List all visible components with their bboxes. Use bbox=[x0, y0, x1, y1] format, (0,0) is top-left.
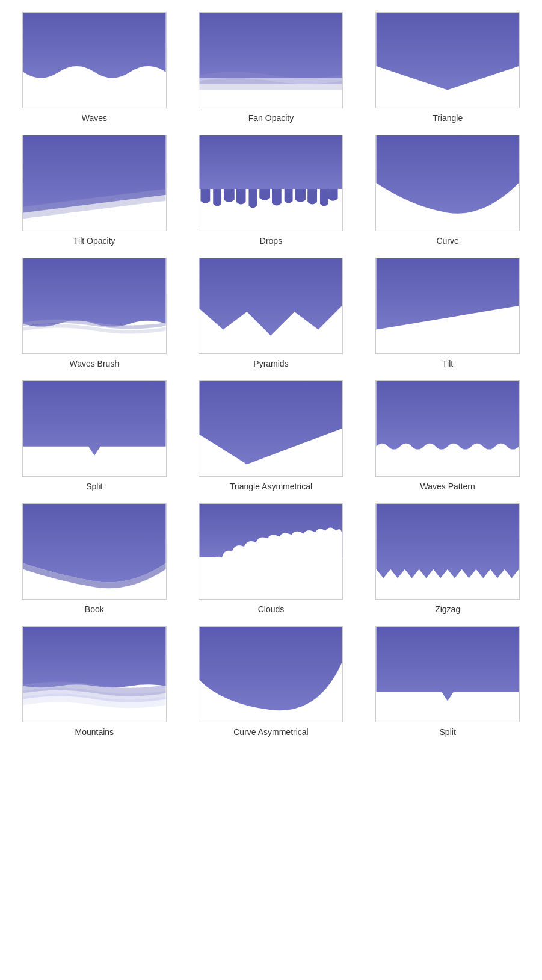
label-book: Book bbox=[85, 604, 104, 614]
item-book[interactable]: Book bbox=[9, 503, 180, 614]
preview-waves-pattern bbox=[375, 380, 520, 477]
item-clouds[interactable]: Clouds bbox=[186, 503, 357, 614]
shape-grid: WavesFan OpacityTriangleTilt OpacityDrop… bbox=[0, 0, 542, 749]
label-curve-asymmetrical: Curve Asymmetrical bbox=[233, 727, 308, 737]
label-tilt: Tilt bbox=[442, 359, 453, 368]
preview-zigzag bbox=[375, 503, 520, 600]
label-waves-pattern: Waves Pattern bbox=[420, 482, 475, 491]
label-triangle: Triangle bbox=[433, 113, 463, 123]
preview-triangle bbox=[375, 12, 520, 108]
item-triangle-asymmetrical[interactable]: Triangle Asymmetrical bbox=[186, 380, 357, 491]
label-mountains: Mountains bbox=[75, 727, 114, 737]
item-curve-asymmetrical[interactable]: Curve Asymmetrical bbox=[186, 626, 357, 737]
preview-split2 bbox=[375, 626, 520, 722]
label-curve: Curve bbox=[436, 236, 458, 246]
label-waves: Waves bbox=[82, 113, 107, 123]
preview-tilt bbox=[375, 258, 520, 354]
preview-split bbox=[22, 380, 167, 477]
preview-pyramids bbox=[199, 258, 343, 354]
label-fan-opacity: Fan Opacity bbox=[248, 113, 294, 123]
preview-drops bbox=[199, 135, 343, 231]
label-pyramids: Pyramids bbox=[253, 359, 288, 368]
item-mountains[interactable]: Mountains bbox=[9, 626, 180, 737]
preview-waves-brush bbox=[22, 258, 167, 354]
item-split[interactable]: Split bbox=[9, 380, 180, 491]
preview-fan-opacity bbox=[199, 12, 343, 108]
item-triangle[interactable]: Triangle bbox=[362, 12, 533, 123]
label-zigzag: Zigzag bbox=[435, 604, 460, 614]
label-clouds: Clouds bbox=[258, 604, 285, 614]
preview-tilt-opacity bbox=[22, 135, 167, 231]
label-drops: Drops bbox=[260, 236, 282, 246]
item-pyramids[interactable]: Pyramids bbox=[186, 258, 357, 368]
preview-waves bbox=[22, 12, 167, 108]
item-fan-opacity[interactable]: Fan Opacity bbox=[186, 12, 357, 123]
label-triangle-asymmetrical: Triangle Asymmetrical bbox=[230, 482, 312, 491]
preview-curve bbox=[375, 135, 520, 231]
item-tilt-opacity[interactable]: Tilt Opacity bbox=[9, 135, 180, 246]
item-waves-brush[interactable]: Waves Brush bbox=[9, 258, 180, 368]
item-curve[interactable]: Curve bbox=[362, 135, 533, 246]
preview-mountains bbox=[22, 626, 167, 722]
item-zigzag[interactable]: Zigzag bbox=[362, 503, 533, 614]
preview-book bbox=[22, 503, 167, 600]
preview-clouds bbox=[199, 503, 343, 600]
item-waves[interactable]: Waves bbox=[9, 12, 180, 123]
label-waves-brush: Waves Brush bbox=[69, 359, 119, 368]
item-tilt[interactable]: Tilt bbox=[362, 258, 533, 368]
label-split2: Split bbox=[440, 727, 456, 737]
label-tilt-opacity: Tilt Opacity bbox=[73, 236, 115, 246]
item-waves-pattern[interactable]: Waves Pattern bbox=[362, 380, 533, 491]
preview-triangle-asymmetrical bbox=[199, 380, 343, 477]
label-split: Split bbox=[86, 482, 102, 491]
item-drops[interactable]: Drops bbox=[186, 135, 357, 246]
preview-curve-asymmetrical bbox=[199, 626, 343, 722]
item-split2[interactable]: Split bbox=[362, 626, 533, 737]
